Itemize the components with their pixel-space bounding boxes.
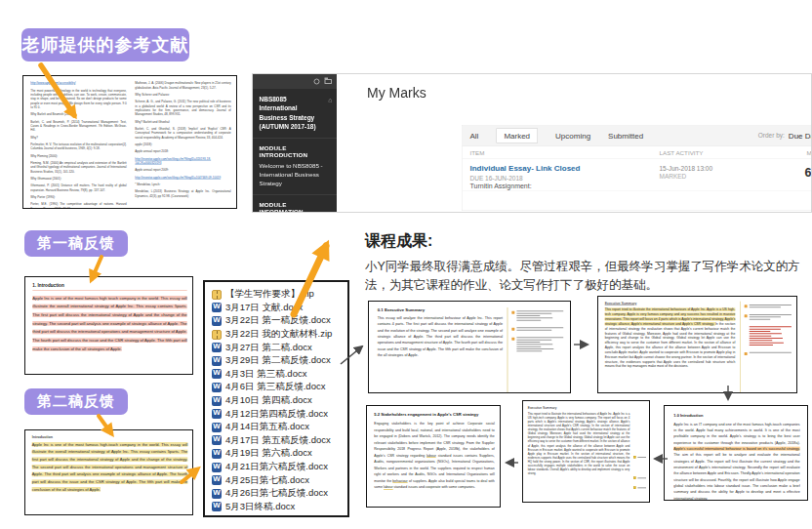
list-item[interactable]: 4月12日第四稿反馈.docx: [212, 407, 345, 421]
list-item[interactable]: 4月19日 第六稿.docx: [212, 447, 345, 461]
comment-column: [740, 302, 795, 393]
reference-entry: Why Ghemawat (2001):: [30, 177, 126, 181]
file-name: 【学生写作要求】.zip: [225, 288, 314, 301]
doc-heading: 1. Introduction: [32, 282, 186, 287]
comment-stub: [511, 310, 567, 322]
reference-entry: Why? Barlett and Ghoshal:: [135, 120, 230, 124]
doc-heading: Executive Summary: [605, 302, 736, 305]
comment-icon: [745, 352, 748, 355]
reference-entry: Mendelow, L.(2013) Business Strategy at …: [135, 189, 230, 198]
comment-stub: [511, 337, 567, 352]
mark-value: 62.00: [805, 166, 812, 181]
list-item[interactable]: 4月6日 第三稿反馈.docx: [212, 381, 345, 394]
list-item[interactable]: 4月3日 第三稿.docx: [212, 368, 345, 382]
list-item[interactable]: 4月14日第五稿.docx: [212, 421, 345, 434]
list-item[interactable]: 3月17日 文献.docx: [212, 302, 345, 315]
reference-entry: Scherer, A. G., and Palazzo, G. (2011) T…: [135, 100, 230, 116]
reference-entry: apple (2018):: [135, 142, 230, 146]
docx-file-icon: [212, 409, 222, 419]
reference-entry: Apple annual report 2009:: [135, 168, 230, 172]
docx-file-icon: [212, 463, 222, 472]
doc-heading: 1.0 Introduction: [673, 413, 799, 418]
exec-summary-draft-doc: 0.1 Executive Summary This essay will an…: [368, 301, 571, 393]
label-teacher-references: 老师提供的参考文献: [21, 28, 189, 61]
docx-file-icon: [212, 303, 222, 312]
file-name: 3月22日 第一稿反馈.docx: [225, 314, 331, 327]
list-item[interactable]: 【学生写作要求】.zip: [212, 288, 345, 302]
reference-entry: Barlett, C. and Ghoshal, S. (2018) 'Impl…: [135, 127, 230, 140]
comment-stub: [511, 327, 567, 332]
file-name: 4月17日 第五稿反馈.docx: [225, 434, 331, 447]
assignment-type: Turnitin Assignment:: [470, 183, 532, 190]
tab-submitted[interactable]: Submitted: [608, 131, 643, 140]
docx-file-icon: [212, 369, 222, 379]
file-name: 4月12日第四稿反馈.docx: [225, 408, 328, 421]
exec-summary-marked-doc: Executive Summary This report tried to i…: [522, 400, 650, 503]
tab-all[interactable]: All: [470, 131, 479, 140]
column-mark: MARK: [807, 149, 812, 156]
doc-body: This essay will analyze the internationa…: [378, 315, 503, 358]
comment-column: [508, 307, 568, 393]
reference-entry: Why Scherer and Palazzo:: [135, 93, 230, 97]
course-result-heading: 课程成果:: [365, 231, 810, 252]
last-activity-value: 15-Jun-2018 13:00: [660, 165, 713, 173]
list-item[interactable]: 3月22日 第一稿反馈.docx: [212, 314, 345, 328]
list-item[interactable]: 3月29日 第二稿反馈.docx: [212, 354, 345, 368]
doc-body: Apple Inc is one of the most famous high…: [32, 294, 186, 353]
docx-file-icon: [212, 316, 222, 326]
comment-marker-icon: [633, 476, 646, 479]
docx-file-icon: [212, 423, 222, 432]
list-item[interactable]: 3月27日 第二稿.docx: [212, 341, 345, 354]
references-doc-thumbnail: http://www.apple.com/accessibility/The m…: [22, 75, 237, 209]
file-name: 4月6日 第三稿反馈.docx: [225, 381, 325, 393]
reference-entry: Mathews, J. A. (2006) Dragon multination…: [135, 81, 230, 90]
doc-body: This report tried to illustrate the inte…: [528, 412, 630, 475]
introduction-doc: 1.0 Introduction Apple Inc is an IT comp…: [664, 405, 808, 501]
table-row: Individual Essay- Link Closed DUE 16-JUN…: [463, 159, 812, 191]
list-item[interactable]: 5月3日终稿.docx: [212, 501, 345, 514]
list-item[interactable]: 4月25日第七稿.docx: [212, 473, 345, 487]
comment-stub: [745, 326, 795, 346]
course-title: NBS8085 International Business Strategy …: [253, 89, 337, 138]
list-item[interactable]: 4月26日第七稿反馈.docx: [212, 487, 345, 501]
list-item[interactable]: 3月22日 我的文献材料.zip: [212, 328, 345, 342]
docx-file-icon: [212, 356, 222, 366]
comment-icon: [511, 311, 514, 314]
marks-card: All Marked Upcoming Submitted Order by: …: [462, 125, 812, 211]
sidebar-section-module-introduction: MODULE INTRODUCTION: [253, 140, 337, 161]
docx-file-icon: [212, 343, 222, 352]
order-by-label: Order by:: [758, 132, 785, 140]
reference-link[interactable]: http://www.apple.com/accessibility/: [30, 81, 126, 85]
reference-link[interactable]: http://investor.apple.com/secfiling.cfm?…: [135, 176, 230, 180]
lms-screenshot: NBS8085 International Business Strategy …: [252, 73, 812, 213]
comment-icon: [511, 328, 514, 331]
file-name: 3月27日 第二稿.docx: [225, 342, 312, 354]
assignment-link[interactable]: Individual Essay- Link Closed: [470, 164, 581, 173]
marks-table-header: ITEM LAST ACTIVITY MARK: [463, 146, 812, 159]
comment-stub: [745, 352, 795, 355]
file-list: 【学生写作要求】.zip3月17日 文献.docx3月22日 第一稿反馈.doc…: [203, 280, 349, 517]
folder-icon[interactable]: [325, 79, 333, 84]
list-item[interactable]: 4月17日 第五稿反馈.docx: [212, 434, 345, 448]
list-item[interactable]: 4月10日 第四稿.docx: [212, 394, 345, 408]
status-badge: MARKED: [660, 173, 687, 181]
tab-marked[interactable]: Marked: [496, 128, 538, 142]
list-item[interactable]: 4月21日第六稿反馈.docx: [212, 461, 345, 474]
reference-link[interactable]: http://investor.apple.com/secfiling.cfm?…: [135, 157, 230, 166]
tab-upcoming[interactable]: Upcoming: [555, 131, 590, 140]
refs-col-2: Mathews, J. A. (2006) Dragon multination…: [135, 81, 230, 209]
sidebar-divider: [253, 194, 337, 195]
zip-file-icon: [212, 290, 222, 300]
zip-file-icon: [212, 330, 222, 340]
sidebar-section-module-information: MODULE INFORMATION: [253, 196, 337, 213]
exec-summary-feedback-doc: Executive Summary This report tried to i…: [597, 296, 797, 393]
label-first-draft-feedback: 第一稿反馈: [24, 230, 128, 257]
home-icon[interactable]: ⌂: [328, 95, 332, 104]
sidebar-item-welcome[interactable]: Welcome to NBS8085 - International Busin…: [253, 161, 337, 194]
reference-entry: Why Fleming (2000):: [30, 154, 126, 158]
comment-stub: [745, 305, 795, 309]
order-by-dropdown[interactable]: Order by: Due Date (Oldest First) ∨: [758, 131, 812, 140]
page-title: My Marks: [367, 85, 812, 101]
doc-body: Apple Inc is one of the most famous high…: [32, 441, 188, 494]
refresh-icon[interactable]: [314, 79, 320, 85]
